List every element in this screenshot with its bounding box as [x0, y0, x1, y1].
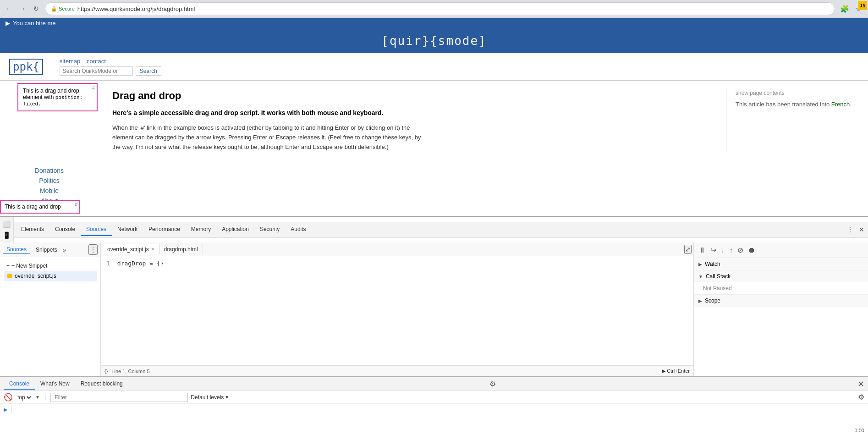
sidebar-item-mobile[interactable]: Mobile: [0, 186, 99, 196]
device-mode-btn[interactable]: 📱: [2, 230, 11, 241]
clear-console-btn[interactable]: 🚫: [4, 393, 13, 402]
console-time: 0:00: [855, 428, 864, 433]
hire-banner-text: You can hire me: [13, 20, 55, 27]
drag-text-line2: element with: [23, 94, 54, 100]
console-close-btn[interactable]: ✕: [857, 379, 864, 389]
tab-network[interactable]: Network: [112, 223, 143, 236]
new-snippet-icon: +: [6, 263, 10, 269]
drag-handle-1[interactable]: #: [92, 85, 95, 90]
scope-label: Scope: [705, 297, 720, 304]
watch-label: Watch: [705, 261, 720, 267]
reload-button[interactable]: ↻: [31, 4, 41, 14]
line-number: 1: [106, 260, 110, 267]
sources-tab-sources[interactable]: Sources: [3, 245, 30, 254]
console-prompt[interactable]: ▶ |: [4, 406, 864, 413]
translation-box: show page contents This article has been…: [726, 90, 854, 152]
drag-element-2[interactable]: # This is a drag and drop: [0, 200, 80, 214]
sitemap-link[interactable]: sitemap: [60, 58, 81, 65]
sidebar-item-donations[interactable]: Donations: [0, 165, 99, 176]
lock-icon: 🔒: [51, 6, 57, 12]
tab-application[interactable]: Application: [216, 223, 254, 236]
editor-tab-override-label: override_script.js: [107, 246, 149, 253]
scope-section-header[interactable]: ▶ Scope: [694, 295, 868, 307]
console-tab-request-blocking[interactable]: Request blocking: [75, 379, 128, 390]
extensions-button[interactable]: 🧩: [839, 3, 851, 15]
hire-banner[interactable]: ▶ You can hire me: [0, 18, 868, 28]
tab-console[interactable]: Console: [49, 223, 81, 236]
site-title: [quir}{smode]: [381, 34, 487, 48]
sidebar-item-politics[interactable]: Politics: [0, 176, 99, 186]
step-out-btn[interactable]: ↑: [728, 245, 734, 255]
devtools-close-btn[interactable]: ✕: [857, 225, 866, 234]
editor-content[interactable]: 1 dragDrop = {}: [101, 256, 693, 365]
scope-section: ▶ Scope: [694, 295, 868, 307]
hire-banner-arrow: ▶: [5, 20, 10, 27]
watch-section: ▶ Watch: [694, 258, 868, 270]
callstack-section-header[interactable]: ▼ Call Stack: [694, 270, 868, 282]
console-tab-console[interactable]: Console: [4, 379, 35, 390]
run-snippet-btn[interactable]: ▶ Ctrl+Enter: [662, 368, 690, 374]
watch-section-header[interactable]: ▶ Watch: [694, 258, 868, 270]
level-label: Default levels: [191, 394, 224, 401]
callstack-section: ▼ Call Stack Not Paused: [694, 270, 868, 295]
search-button[interactable]: Search: [136, 66, 161, 76]
editor-tab-dragdrop-label: dragdrop.html: [164, 246, 198, 253]
editor-tab-override[interactable]: override_script.js ✕: [103, 244, 159, 254]
snippet-item[interactable]: override_script.js: [4, 271, 97, 281]
url-display: https://www.quirksmode.org/js/dragdrop.h…: [77, 6, 829, 12]
devtools-more: ⋮ ✕: [845, 225, 866, 234]
console-settings-btn[interactable]: ⚙: [489, 380, 496, 388]
secure-badge: 🔒 Secure: [51, 6, 75, 12]
console-toolbar: 🚫 top ▼ | Default levels ▼ ⚙: [0, 391, 868, 404]
sources-tab-menu[interactable]: ⋮: [88, 244, 98, 255]
contact-link[interactable]: contact: [87, 58, 106, 65]
address-bar[interactable]: 🔒 Secure https://www.quirksmode.org/js/d…: [45, 2, 835, 15]
pause-resume-btn[interactable]: ⏸: [698, 245, 707, 255]
french-link[interactable]: French.: [831, 101, 852, 108]
show-contents-link[interactable]: show page contents: [736, 90, 854, 96]
level-arrow-icon: ▼: [225, 395, 229, 400]
search-row: Search: [60, 66, 161, 76]
pause-exceptions-btn[interactable]: ⏺: [747, 245, 756, 255]
tab-sources[interactable]: Sources: [81, 223, 112, 236]
tab-elements[interactable]: Elements: [16, 223, 49, 236]
site-header: [quir}{smode]: [0, 28, 868, 53]
code-line: dragDrop = {}: [117, 260, 164, 267]
not-paused-text: Not Paused: [703, 285, 732, 292]
snippets-content: + + New Snippet override_script.js: [0, 257, 100, 285]
console-tabs: Console What's New Request blocking ⚙ ✕: [0, 377, 868, 391]
drag-element-fixed[interactable]: # This is a drag and drop element with p…: [17, 83, 98, 111]
back-button[interactable]: ←: [4, 4, 14, 14]
drag-handle-2[interactable]: #: [75, 202, 77, 207]
prompt-arrow-icon: ▶: [4, 406, 7, 413]
devtools-more-btn[interactable]: ⋮: [845, 225, 855, 234]
tab-security[interactable]: Security: [254, 223, 285, 236]
sources-tab-more[interactable]: »: [63, 246, 66, 253]
browser-toolbar: ← → ↻ 🔒 Secure https://www.quirksmode.or…: [0, 0, 868, 17]
step-into-btn[interactable]: ↓: [720, 245, 725, 255]
sources-tabs: Sources Snippets » ⋮: [0, 242, 100, 257]
deactivate-btn[interactable]: ⊘: [736, 245, 744, 255]
editor-tab-dragdrop[interactable]: dragdrop.html: [159, 244, 203, 254]
prompt-cursor: |: [9, 406, 13, 413]
tab-performance[interactable]: Performance: [143, 223, 186, 236]
console-context-select[interactable]: top: [16, 394, 33, 401]
article-intro: Here's a simple accessible drag and drop…: [112, 108, 717, 118]
new-snippet-button[interactable]: + + New Snippet: [4, 261, 97, 271]
search-input[interactable]: [60, 66, 133, 76]
sources-tab-snippets[interactable]: Snippets: [32, 246, 61, 254]
drag-text-2: This is a drag and drop: [5, 204, 61, 210]
forward-button[interactable]: →: [17, 4, 27, 14]
inspect-element-btn[interactable]: ⬜: [2, 219, 11, 230]
console-tab-whats-new[interactable]: What's New: [35, 379, 75, 390]
step-over-btn[interactable]: ↪: [709, 245, 717, 255]
scope-arrow-icon: ▶: [698, 298, 702, 303]
site-links: sitemap contact: [60, 58, 161, 65]
console-filter-input[interactable]: [50, 393, 188, 402]
tab-audits[interactable]: Audits: [285, 223, 311, 236]
editor-pin-btn[interactable]: ⤢: [684, 245, 692, 254]
console-right-settings[interactable]: ⚙: [858, 393, 864, 402]
tab-memory[interactable]: Memory: [186, 223, 216, 236]
console-level-select[interactable]: Default levels ▼: [191, 394, 229, 401]
editor-tab-close-override[interactable]: ✕: [151, 247, 154, 252]
